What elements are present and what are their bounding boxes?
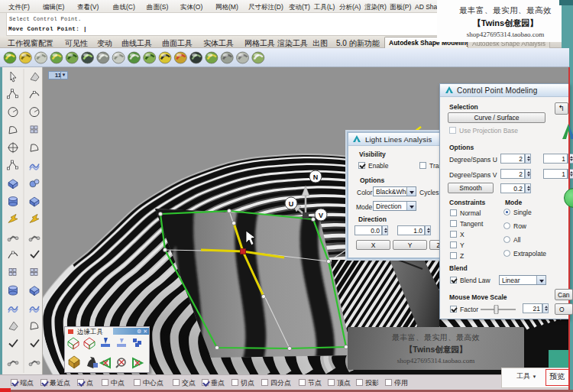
svg-text:V: V [319,212,323,219]
svg-text:U: U [289,200,294,208]
svg-text:N: N [313,173,319,181]
